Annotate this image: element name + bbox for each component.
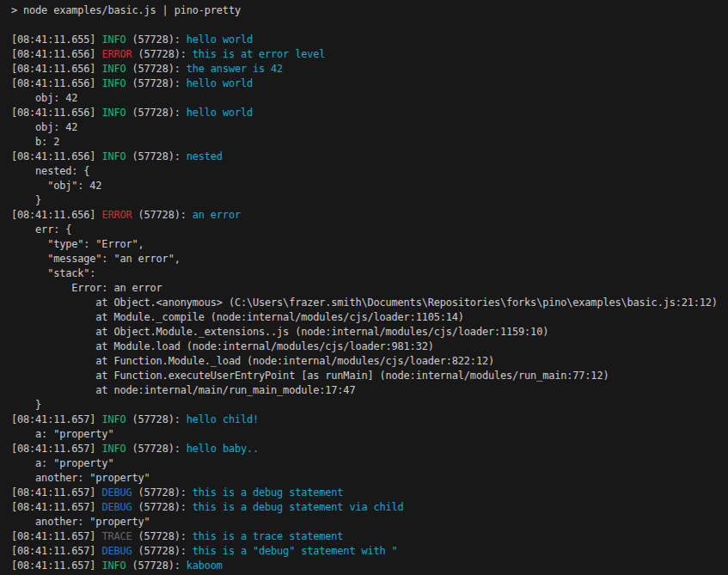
text-segment-default: "message": "an error",	[11, 253, 180, 265]
terminal-line: Error: an error	[11, 281, 728, 296]
terminal-line: [08:41:11.655] INFO (57728): hello world	[11, 33, 728, 47]
text-segment-default: at Object.<anonymous> (C:\Users\frazer.s…	[11, 297, 718, 309]
text-segment-cyan: kaboom	[187, 560, 223, 572]
text-segment-red: ERROR	[101, 48, 132, 60]
text-segment-cyan: this is at error level	[193, 48, 326, 60]
terminal-line: b: 2	[11, 135, 728, 150]
text-segment-blue: DEBUG	[101, 486, 132, 499]
terminal-line: at Function.executeUserEntryPoint [as ru…	[11, 369, 728, 383]
terminal-line: [08:41:11.657] DEBUG (57728): this is a …	[11, 500, 728, 515]
text-segment-default: a: "property"	[11, 457, 113, 469]
text-segment-default: (57728):	[132, 486, 193, 499]
text-segment-green: INFO	[101, 77, 125, 89]
terminal-line	[11, 18, 728, 33]
text-segment-cyan: the answer is 42	[187, 63, 283, 75]
text-segment-default: another: "property"	[11, 472, 150, 484]
text-segment-default: "obj": 42	[11, 180, 101, 192]
text-segment-cyan: this is a debug statement	[193, 486, 344, 499]
text-segment-default: (57728):	[132, 530, 193, 542]
terminal-line: [08:41:11.657] DEBUG (57728): this is a …	[11, 486, 728, 500]
terminal-line: [08:41:11.656] INFO (57728): nested	[11, 150, 728, 164]
text-segment-default: at Object.Module._extensions..js (node:i…	[11, 326, 548, 338]
terminal-line: another: "property"	[11, 471, 728, 486]
text-segment-blue: DEBUG	[101, 545, 132, 557]
text-segment-default: a: "property"	[11, 428, 113, 440]
terminal-line: "message": "an error",	[11, 252, 728, 266]
terminal-line: [08:41:11.657] TRACE (57728): this is a …	[11, 529, 728, 544]
text-segment-green: INFO	[101, 413, 125, 425]
text-segment-default: [08:41:11.657]	[11, 530, 101, 542]
text-segment-default: [08:41:11.657]	[11, 443, 101, 455]
text-segment-default: [08:41:11.657]	[11, 486, 101, 499]
terminal-line: at Module.load (node:internal/modules/cj…	[11, 339, 728, 354]
terminal-line: [08:41:11.656] INFO (57728): hello world	[11, 106, 728, 120]
text-segment-default: [08:41:11.657]	[11, 413, 101, 425]
terminal-line: at node:internal/main/run_main_module:17…	[11, 383, 728, 398]
terminal-line: a: "property"	[11, 427, 728, 442]
text-segment-cyan: hello child!	[187, 413, 259, 425]
text-segment-cyan: this is a debug statement via child	[193, 501, 404, 513]
text-segment-default: [08:41:11.656]	[11, 48, 101, 60]
text-segment-default: [08:41:11.657]	[11, 501, 101, 513]
text-segment-default: [08:41:11.656]	[11, 209, 101, 221]
text-segment-default: at node:internal/main/run_main_module:17…	[11, 384, 355, 396]
terminal-line: another: "property"	[11, 515, 728, 529]
terminal-line: obj: 42	[11, 91, 728, 106]
text-segment-default: at Module.load (node:internal/modules/cj…	[11, 340, 434, 352]
terminal-line: [08:41:11.657] INFO (57728): hello baby.…	[11, 442, 728, 456]
text-segment-default: b: 2	[11, 136, 59, 148]
text-segment-default: (57728):	[125, 63, 186, 75]
text-segment-green: INFO	[101, 150, 125, 162]
terminal-line: at Object.Module._extensions..js (node:i…	[11, 325, 728, 339]
terminal-lines-container: > node examples/basic.js | pino-pretty[0…	[11, 3, 728, 573]
text-segment-cyan: hello world	[187, 107, 253, 119]
text-segment-default: "type": "Error",	[11, 238, 144, 250]
text-segment-default: [08:41:11.656]	[11, 63, 101, 75]
terminal-line: a: "property"	[11, 456, 728, 471]
text-segment-default: [08:41:11.655]	[11, 34, 101, 46]
text-segment-default: nested: {	[11, 165, 89, 177]
text-segment-default: Error: an error	[11, 282, 162, 294]
text-segment-green: INFO	[101, 63, 125, 75]
text-segment-default: (57728):	[125, 413, 186, 425]
text-segment-green: INFO	[101, 560, 125, 572]
text-segment-default: [08:41:11.657]	[11, 545, 101, 557]
terminal-line: [08:41:11.657] INFO (57728): hello child…	[11, 413, 728, 427]
terminal-line: > node examples/basic.js | pino-pretty	[11, 3, 728, 18]
text-segment-cyan: hello world	[187, 34, 253, 46]
terminal-line: at Object.<anonymous> (C:\Users\frazer.s…	[11, 296, 728, 310]
text-segment-default: at Function.executeUserEntryPoint [as ru…	[11, 370, 609, 382]
text-segment-default: at Function.Module._load (node:internal/…	[11, 355, 494, 367]
terminal-line: [08:41:11.656] INFO (57728): the answer …	[11, 62, 728, 76]
text-segment-green: INFO	[101, 443, 125, 455]
terminal-line: "type": "Error",	[11, 237, 728, 252]
text-segment-green: INFO	[101, 107, 125, 119]
terminal-line: nested: {	[11, 164, 728, 179]
text-segment-default: (57728):	[132, 209, 193, 221]
text-segment-default: > node examples/basic.js | pino-pretty	[11, 4, 241, 16]
terminal-line: "obj": 42	[11, 179, 728, 193]
text-segment-cyan: an error	[193, 209, 241, 221]
text-segment-default: (57728):	[125, 77, 186, 89]
text-segment-default: [08:41:11.657]	[11, 560, 101, 572]
text-segment-default: another: "property"	[11, 516, 150, 528]
text-segment-green: INFO	[101, 34, 125, 46]
text-segment-default: (57728):	[132, 545, 193, 557]
text-segment-default: [08:41:11.656]	[11, 150, 101, 162]
text-segment-default: [08:41:11.656]	[11, 77, 101, 89]
text-segment-cyan: hello baby..	[187, 443, 259, 455]
terminal-line: "stack":	[11, 266, 728, 281]
text-segment-default: (57728):	[125, 34, 186, 46]
text-segment-default: obj: 42	[11, 121, 77, 133]
text-segment-cyan: nested	[187, 150, 223, 162]
terminal-output[interactable]: > node examples/basic.js | pino-pretty[0…	[0, 0, 728, 575]
text-segment-default: (57728):	[132, 48, 193, 60]
text-segment-default: [08:41:11.656]	[11, 107, 101, 119]
terminal-line: at Function.Module._load (node:internal/…	[11, 354, 728, 369]
text-segment-default: (57728):	[125, 150, 186, 162]
terminal-line: [08:41:11.656] INFO (57728): hello world	[11, 76, 728, 91]
text-segment-default: at Module._compile (node:internal/module…	[11, 311, 464, 323]
text-segment-grey: TRACE	[101, 530, 132, 542]
text-segment-cyan: this is a trace statement	[193, 530, 344, 542]
terminal-line: err: {	[11, 223, 728, 237]
